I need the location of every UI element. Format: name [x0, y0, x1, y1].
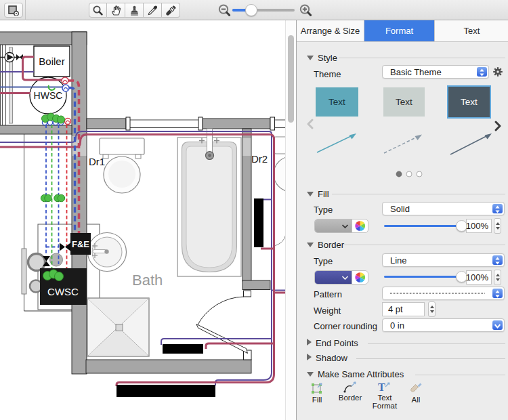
border-type-label: Type [314, 256, 333, 266]
gear-icon [492, 66, 503, 77]
page-dots[interactable] [395, 170, 425, 178]
fill-type-value: Solid [390, 204, 410, 214]
fill-opacity-field[interactable]: 100% [466, 219, 492, 233]
pattern-label: Pattern [314, 289, 342, 299]
style-section-title: Style [318, 53, 337, 63]
weight-value: 4 pt [388, 304, 403, 314]
zoom-tool-button[interactable] [89, 3, 107, 18]
section-rule [415, 375, 505, 375]
theme-popup[interactable]: Basic Theme [382, 65, 489, 79]
msa-text-format-label: Text Format [369, 394, 400, 410]
theme-label: Theme [314, 69, 341, 79]
format-brush-tool-button[interactable] [162, 3, 180, 18]
zoom-out-button[interactable] [217, 3, 232, 20]
dash-pattern-preview [390, 292, 485, 295]
chevron-down-icon [341, 275, 349, 280]
wash-basin[interactable] [88, 233, 127, 272]
tab-text[interactable]: Text [435, 20, 508, 41]
shape-inspector-button[interactable] [4, 3, 23, 18]
zoom-in-icon [299, 3, 313, 18]
weight-field[interactable]: 4 pt [382, 302, 425, 316]
arrow-style-previews[interactable] [297, 127, 508, 158]
door [196, 291, 251, 360]
theme-settings-button[interactable] [492, 66, 503, 80]
fill-opacity-stepper[interactable] [494, 218, 501, 234]
fill-opacity-value: 100% [466, 221, 488, 231]
swatch-text: Text [461, 97, 478, 107]
msa-border-label: Border [339, 394, 362, 402]
pump-assembly [0, 53, 24, 62]
fill-type-label: Type [314, 205, 333, 215]
zoom-slider-thumb[interactable] [245, 4, 257, 16]
theme-swatch-1[interactable]: Text [316, 87, 358, 117]
chevron-down-icon [341, 224, 349, 229]
border-type-popup[interactable]: Line [382, 253, 505, 267]
pattern-popup[interactable] [382, 287, 505, 300]
make-same-all-icon [409, 381, 423, 394]
style-section-header[interactable]: Style [307, 53, 337, 63]
bathtub[interactable] [177, 129, 241, 276]
boiler-label: Boiler [39, 56, 64, 67]
cwsc-tank[interactable]: CWSC [40, 268, 87, 305]
fe-label: F&E [72, 239, 89, 249]
msa-all-label: All [412, 396, 421, 404]
tab-format[interactable]: Format [364, 20, 435, 41]
fill-color-swatch[interactable] [315, 219, 352, 232]
scrollbar-thumb[interactable] [288, 35, 294, 123]
stamp-tool-button[interactable] [125, 3, 144, 18]
border-opacity-field[interactable]: 100% [466, 270, 492, 285]
section-rule [339, 58, 505, 58]
shadow-section-header[interactable]: Shadow [307, 353, 347, 363]
dr1-label: Dr1 [89, 156, 105, 167]
weight-stepper[interactable] [428, 301, 436, 317]
application-window: Boiler HWSC [0, 0, 508, 420]
border-opacity-slider[interactable] [384, 271, 464, 282]
border-section-header[interactable]: Border [307, 240, 344, 250]
section-rule [368, 343, 505, 344]
shower-tray[interactable] [87, 298, 149, 356]
msa-all-button[interactable] [409, 381, 423, 397]
hwsc-cylinder[interactable]: HWSC [30, 77, 66, 114]
panel-tabs: Arrange & Size Format Text [297, 20, 508, 42]
make-same-fill-icon [311, 382, 324, 395]
zoom-in-button[interactable] [299, 3, 313, 20]
drawing-canvas[interactable]: Boiler HWSC [0, 20, 296, 420]
fill-opacity-slider[interactable] [384, 220, 464, 232]
end-points-section-header[interactable]: End Points [307, 338, 358, 348]
zoom-slider[interactable] [232, 4, 295, 16]
fe-tank[interactable]: F&E [70, 233, 91, 255]
fill-section-header[interactable]: Fill [307, 189, 329, 199]
fill-color-well[interactable] [314, 219, 368, 233]
border-color-swatch[interactable] [315, 271, 352, 284]
stamp-icon [129, 5, 140, 16]
disclosure-triangle-icon [307, 192, 314, 196]
theme-swatch-2[interactable]: Text [383, 87, 425, 117]
pan-tool-button[interactable] [107, 3, 125, 18]
border-opacity-stepper[interactable] [494, 270, 501, 285]
fill-type-popup[interactable]: Solid [382, 202, 505, 215]
toilet-dr1[interactable] [100, 138, 144, 193]
border-color-well[interactable] [314, 270, 368, 285]
boiler[interactable]: Boiler [34, 46, 70, 77]
weight-label: Weight [314, 306, 341, 316]
section-rule [356, 358, 505, 359]
msa-fill-label: Fill [312, 396, 322, 404]
border-type-value: Line [390, 255, 407, 266]
toolbar-divider [25, 0, 26, 20]
tab-arrange-size[interactable]: Arrange & Size [297, 20, 364, 41]
popup-stepper-icon [492, 204, 503, 213]
border-opacity-value: 100% [466, 272, 488, 282]
eyedropper-tool-button[interactable] [144, 3, 162, 18]
corner-rounding-value: 0 in [390, 320, 404, 331]
make-same-border-icon [343, 380, 358, 394]
msa-text-format-label-text: Text Format [369, 394, 400, 410]
color-wheel-icon[interactable] [352, 271, 368, 284]
shadow-title: Shadow [316, 353, 347, 363]
slider-track [384, 225, 464, 227]
corner-rounding-popup[interactable]: 0 in [382, 318, 505, 332]
theme-swatch-3-selected[interactable]: Text [447, 85, 491, 119]
make-same-attributes-header[interactable]: Make Same Attributes [307, 369, 404, 379]
color-wheel-icon[interactable] [352, 219, 368, 232]
tool-group [89, 3, 180, 18]
canvas-scrollbar[interactable] [285, 20, 296, 420]
